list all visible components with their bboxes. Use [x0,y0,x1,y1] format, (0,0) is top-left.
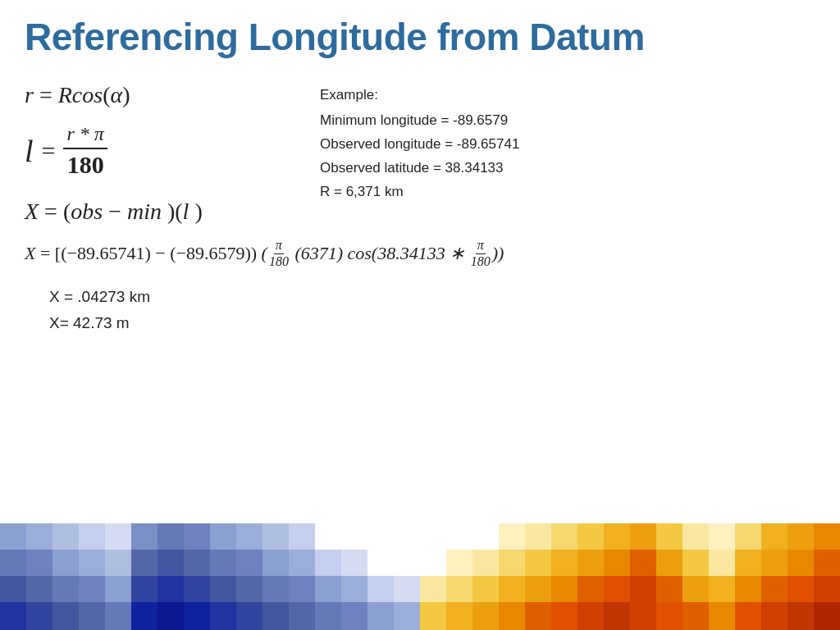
obs-latitude: Observed latitude = 38.34133 [320,157,815,180]
results-section: X = .04273 km X= 42.73 m [0,269,840,337]
r-value: R = 6,371 km [320,180,815,204]
example-label: Example: [320,84,815,107]
formulas-column: r = Rcos(α) l = r * π 180 X = (obs − min… [25,75,287,225]
equals-sign: = [42,137,56,165]
mosaic-blue [0,523,420,630]
min-longitude: Minimum longitude = -89.6579 [320,109,815,133]
obs-longitude: Observed longitude = -89.65741 [320,133,815,157]
slide: Referencing Longitude from Datum r = Rco… [0,0,840,630]
result-m: X= 42.73 m [49,310,815,336]
title-bar: Referencing Longitude from Datum [0,0,840,67]
page-title: Referencing Longitude from Datum [25,15,815,59]
mosaic-orange [420,523,840,630]
x-full-equation: X = [(−89.65741) − (−89.6579)) ( π 180 (… [25,238,815,269]
fraction-numerator: r * π [63,123,107,149]
result-km: X = .04273 km [49,284,815,310]
main-content: r = Rcos(α) l = r * π 180 X = (obs − min… [0,67,840,225]
formula-x: X = (obs − min )(l ) [25,199,287,225]
fraction-block: r * π 180 [63,123,107,179]
bottom-mosaic [0,523,840,630]
full-formula-row: X = [(−89.65741) − (−89.6579)) ( π 180 (… [0,225,840,269]
formula-r: r = Rcos(α) [25,82,287,108]
l-variable: l [25,133,34,169]
example-box: Example: Minimum longitude = -89.6579 Ob… [320,75,815,225]
formula-l: l = r * π 180 [25,123,287,179]
fraction-denominator: 180 [64,151,107,179]
